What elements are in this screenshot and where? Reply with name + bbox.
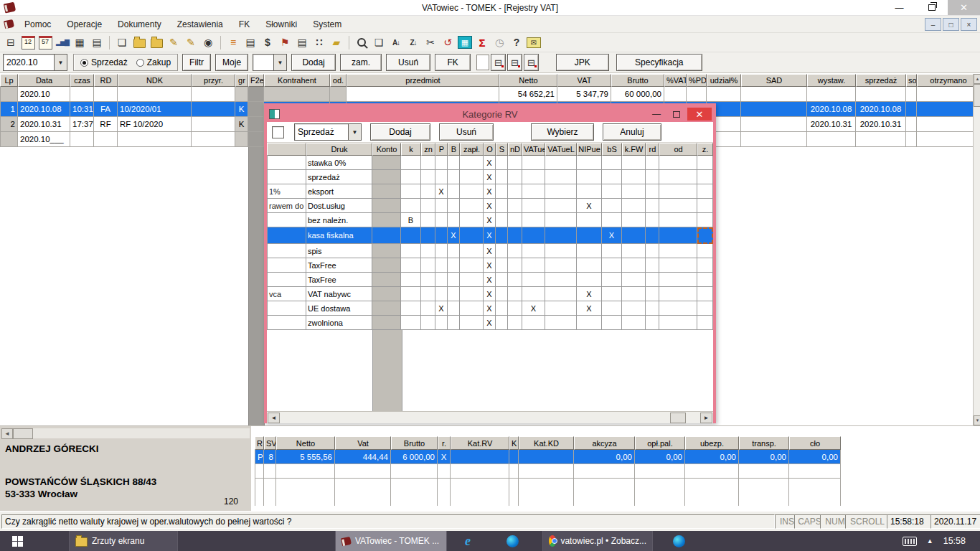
grid-cell[interactable] bbox=[438, 464, 451, 479]
th-el[interactable]: NDK bbox=[118, 74, 192, 87]
grid-cell[interactable] bbox=[545, 287, 577, 301]
grid-cell[interactable] bbox=[421, 287, 435, 301]
table-row[interactable]: stawka 0%X bbox=[267, 156, 713, 170]
grid-cell[interactable] bbox=[448, 287, 460, 301]
grid-cell[interactable]: TaxFree bbox=[306, 273, 372, 287]
grid-cell[interactable] bbox=[496, 170, 508, 184]
grid-cell[interactable]: 0,00 bbox=[739, 450, 789, 464]
th-el[interactable]: Druk bbox=[306, 143, 372, 156]
grid-cell[interactable] bbox=[697, 258, 713, 273]
grid-cell[interactable] bbox=[372, 273, 401, 287]
dialog-checkbox[interactable] bbox=[272, 126, 284, 138]
table-row[interactable]: zwolnionaX bbox=[267, 316, 713, 330]
grid-cell[interactable] bbox=[622, 273, 646, 287]
scanner-icon[interactable]: ▰ bbox=[329, 35, 344, 50]
grid-cell[interactable] bbox=[460, 244, 484, 258]
scroll-down-arrow[interactable]: ▼ bbox=[974, 415, 980, 425]
grid-cell[interactable] bbox=[522, 184, 545, 199]
grid-cell[interactable] bbox=[519, 450, 574, 464]
duplicate-icon[interactable]: ❏ bbox=[371, 35, 387, 50]
grid-cell[interactable] bbox=[574, 464, 635, 479]
grid-cell[interactable]: 2020.10.31 bbox=[856, 117, 906, 132]
folder-export-icon[interactable] bbox=[149, 35, 164, 50]
grid-cell[interactable]: VAT nabywc bbox=[306, 287, 372, 301]
grid-cell[interactable] bbox=[739, 479, 789, 506]
grid-cell[interactable] bbox=[448, 258, 460, 273]
grid-cell[interactable] bbox=[522, 244, 545, 258]
flag-checkbox[interactable] bbox=[476, 55, 489, 70]
money-calendar-icon[interactable]: 57 bbox=[37, 35, 53, 50]
th-el[interactable]: NIPue bbox=[577, 143, 602, 156]
th-el[interactable]: B bbox=[448, 143, 460, 156]
grid-cell[interactable] bbox=[421, 156, 435, 170]
th-el[interactable]: ubezp. bbox=[685, 436, 739, 450]
grid-cell[interactable] bbox=[372, 316, 401, 330]
grid-cell[interactable] bbox=[807, 132, 856, 147]
grid-cell[interactable] bbox=[401, 199, 421, 213]
specyfikacja-button[interactable]: Specyfikacja bbox=[616, 54, 702, 71]
grid-cell[interactable] bbox=[622, 258, 646, 273]
sum-icon[interactable]: Σ bbox=[474, 35, 490, 50]
grid-cell[interactable]: 8 bbox=[264, 450, 276, 464]
flag-icon[interactable]: ⚑ bbox=[277, 35, 293, 50]
grid-cell[interactable] bbox=[917, 87, 980, 102]
zam-button[interactable]: zam. bbox=[340, 54, 382, 71]
grid-cell[interactable] bbox=[906, 132, 917, 147]
grid-cell[interactable] bbox=[496, 199, 508, 213]
th-el[interactable]: od. bbox=[330, 74, 347, 87]
scroll-right-arrow[interactable]: ► bbox=[700, 413, 712, 423]
grid-cell[interactable] bbox=[460, 316, 484, 330]
bar-chart-icon[interactable]: ▂▅▇ bbox=[55, 35, 70, 50]
grid-cell[interactable] bbox=[496, 258, 508, 273]
grid-cell[interactable] bbox=[508, 213, 522, 227]
grid-cell[interactable]: 5 555,56 bbox=[276, 450, 335, 464]
th-el[interactable]: przyr. bbox=[192, 74, 235, 87]
table-row[interactable]: vcaVAT nabywcXX bbox=[267, 287, 713, 301]
th-el[interactable]: Netto bbox=[499, 74, 557, 87]
help-icon[interactable]: ? bbox=[509, 35, 524, 50]
th-el[interactable]: %VAT bbox=[664, 74, 687, 87]
grid-cell[interactable] bbox=[622, 184, 646, 199]
grid-cell[interactable] bbox=[508, 170, 522, 184]
grid-cell[interactable] bbox=[697, 184, 713, 199]
grid-cell[interactable] bbox=[906, 102, 917, 117]
grid-cell[interactable] bbox=[622, 301, 646, 316]
mdi-restore-button[interactable]: □ bbox=[943, 18, 959, 31]
grid-cell[interactable] bbox=[421, 273, 435, 287]
th-el[interactable]: Data bbox=[18, 74, 70, 87]
grid-cell[interactable] bbox=[622, 244, 646, 258]
grid-cell[interactable] bbox=[70, 87, 94, 102]
grid-cell[interactable] bbox=[448, 184, 460, 199]
table-row[interactable]: bez należn.BX bbox=[267, 213, 713, 227]
dialog-dodaj-button[interactable]: Dodaj bbox=[370, 123, 430, 141]
grid-cell[interactable] bbox=[522, 316, 545, 330]
th-el[interactable]: od bbox=[659, 143, 697, 156]
tray-expand-icon[interactable]: ▲ bbox=[927, 537, 933, 545]
grid-cell[interactable] bbox=[460, 184, 484, 199]
grid-cell[interactable] bbox=[496, 301, 508, 316]
mode-combobox[interactable]: ▼ bbox=[253, 54, 287, 71]
mdi-minimize-button[interactable]: – bbox=[925, 18, 941, 31]
grid-cell[interactable] bbox=[435, 156, 448, 170]
print-button-2[interactable]: ⊟ bbox=[507, 54, 522, 71]
list-icon[interactable]: ≡ bbox=[225, 35, 241, 50]
grid-cell[interactable]: X bbox=[438, 450, 451, 464]
grid-cell[interactable]: 2020.10.31 bbox=[18, 117, 70, 132]
grid-cell[interactable] bbox=[460, 199, 484, 213]
th-el[interactable]: P bbox=[435, 143, 448, 156]
grid-cell[interactable] bbox=[372, 184, 401, 199]
grid-cell[interactable] bbox=[906, 87, 917, 102]
grid-cell[interactable] bbox=[697, 199, 713, 213]
dialog-wybierz-button[interactable]: Wybierz bbox=[531, 123, 594, 141]
grid-cell[interactable]: spis bbox=[306, 244, 372, 258]
grid-cell[interactable] bbox=[460, 227, 484, 244]
th-el[interactable]: udział% bbox=[707, 74, 741, 87]
table-row[interactable]: kasa fiskalnaXXX bbox=[267, 227, 713, 244]
th-el[interactable]: cło bbox=[789, 436, 841, 450]
grid-cell[interactable] bbox=[421, 170, 435, 184]
report-icon[interactable]: ▤ bbox=[242, 35, 258, 50]
grid-cell[interactable] bbox=[192, 102, 235, 117]
grid-cell[interactable] bbox=[330, 87, 347, 102]
grid-cell[interactable] bbox=[421, 244, 435, 258]
grid-cell[interactable] bbox=[372, 170, 401, 184]
